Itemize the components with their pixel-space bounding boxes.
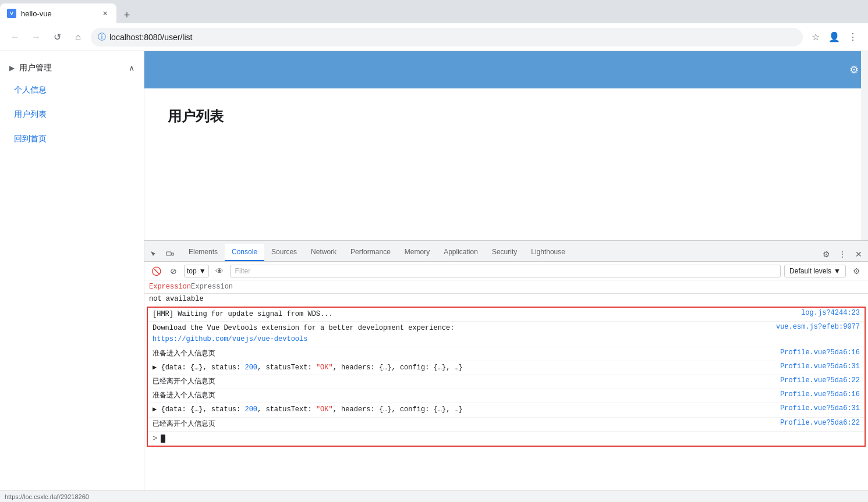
console-clear-button[interactable]: 🚫	[149, 264, 163, 278]
home-icon: ⌂	[75, 32, 81, 42]
console-context-value: top	[187, 267, 197, 275]
page-body: 用户列表	[144, 88, 868, 144]
log-source-leave-2[interactable]: Profile.vue?5da6:22	[780, 419, 860, 427]
console-settings-button[interactable]: ⚙	[849, 264, 863, 278]
tab-console[interactable]: Console	[225, 244, 264, 261]
page-title: 用户列表	[168, 107, 845, 126]
sidebar-expand-icon: ▶	[9, 64, 15, 72]
console-levels-select[interactable]: Default levels ▼	[784, 265, 846, 277]
new-tab-button[interactable]: +	[119, 7, 135, 23]
console-area[interactable]: ExpressionExpression not available [HMR]…	[144, 280, 868, 490]
settings-icon[interactable]: ⚙	[849, 63, 859, 76]
svg-rect-0	[166, 252, 171, 255]
log-source-vue-devtools[interactable]: vue.esm.js?efeb:9077	[776, 323, 860, 331]
log-source-prepare-2[interactable]: Profile.vue?5da6:16	[780, 390, 860, 398]
console-eye-button[interactable]: 👁	[212, 264, 226, 278]
log-entry-leave-1: 已经离开个人信息页 Profile.vue?5da6:22	[148, 375, 865, 389]
devtools-tabs: Elements Console Sources Network Perform	[144, 241, 868, 262]
devtools-device-toggle[interactable]	[163, 247, 177, 261]
menu-button[interactable]: ⋮	[845, 29, 861, 45]
page-header: ⚙	[144, 51, 868, 88]
console-filter-icon: ⊘	[166, 264, 180, 278]
tab-elements[interactable]: Elements	[182, 244, 225, 261]
log-source-leave-1[interactable]: Profile.vue?5da6:22	[780, 376, 860, 384]
tab-network[interactable]: Network	[304, 244, 343, 261]
sidebar-item-home[interactable]: 回到首页	[0, 127, 144, 151]
devtools-settings-button[interactable]: ⚙	[819, 247, 833, 261]
forward-button[interactable]: →	[28, 29, 44, 45]
toolbar-right: ☆ 👤 ⋮	[807, 29, 861, 45]
log-entry-prepare-2: 准备进入个人信息页 Profile.vue?5da6:16	[148, 389, 865, 403]
log-entry-response-1: ▶ {data: {…}, status: 200, statusText: "…	[148, 361, 865, 375]
log-text-vue-devtools: Download the Vue Devtools extension for …	[153, 323, 771, 345]
status-bar-url: https://loc.csxlc.rlaf/29218260	[5, 493, 89, 500]
bookmark-button[interactable]: ☆	[807, 29, 824, 45]
tab-sources[interactable]: Sources	[264, 244, 304, 261]
expression-label: Expression	[149, 283, 191, 291]
log-entry-hmr: [HMR] Waiting for update signal from WDS…	[148, 308, 865, 322]
log-source-response-1[interactable]: Profile.vue?5da6:31	[780, 362, 860, 371]
home-button[interactable]: ⌂	[70, 29, 86, 45]
tab-bar: V hello-vue ✕ +	[0, 0, 868, 23]
tab-application[interactable]: Application	[437, 244, 485, 261]
expression-label-text: Expression	[191, 283, 233, 291]
chevron-down-icon: ▼	[199, 267, 206, 275]
tab-memory[interactable]: Memory	[398, 244, 437, 261]
browser-tab[interactable]: V hello-vue ✕	[0, 3, 116, 23]
log-source-hmr[interactable]: log.js?4244:23	[801, 309, 860, 317]
status-bar: https://loc.csxlc.rlaf/29218260	[0, 490, 868, 502]
sidebar-item-user-list[interactable]: 用户列表	[0, 102, 144, 127]
tab-title: hello-vue	[21, 9, 95, 18]
tab-lighthouse[interactable]: Lighthouse	[524, 244, 572, 261]
page-content: ⚙ 用户列表	[144, 51, 868, 240]
address-input[interactable]: ⓘ localhost:8080/user/list	[91, 28, 803, 47]
console-levels-label: Default levels	[789, 267, 831, 275]
tab-performance-label: Performance	[350, 248, 391, 256]
devtools-inspect-button[interactable]	[147, 247, 161, 261]
reload-button[interactable]: ↺	[49, 29, 65, 45]
tab-console-label: Console	[232, 248, 257, 256]
log-entry-leave-2: 已经离开个人信息页 Profile.vue?5da6:22	[148, 418, 865, 432]
sidebar-collapse-icon: ∧	[129, 63, 134, 73]
tab-application-label: Application	[444, 248, 478, 256]
sidebar-section-user-management[interactable]: ▶ 用户管理 ∧	[0, 58, 144, 78]
tab-performance[interactable]: Performance	[343, 244, 398, 261]
console-cursor[interactable]	[161, 435, 165, 443]
sidebar-section-title: 用户管理	[19, 63, 52, 73]
log-source-prepare-1[interactable]: Profile.vue?5da6:16	[780, 348, 860, 357]
back-button[interactable]: ←	[7, 29, 23, 45]
console-filter-placeholder: Filter	[235, 267, 251, 275]
tab-network-label: Network	[311, 248, 336, 256]
levels-chevron-icon: ▼	[834, 267, 841, 275]
log-text-response-2: ▶ {data: {…}, status: 200, statusText: "…	[153, 404, 775, 415]
tab-security[interactable]: Security	[485, 244, 524, 261]
log-entry-vue-devtools: Download the Vue Devtools extension for …	[148, 322, 865, 347]
devtools-more-button[interactable]: ⋮	[835, 247, 849, 261]
status-text-2: "OK"	[316, 405, 333, 414]
profile-button[interactable]: 👤	[826, 29, 842, 45]
console-toolbar: 🚫 ⊘ top ▼ 👁 Filter Default levels ▼	[144, 262, 868, 280]
sidebar: ▶ 用户管理 ∧ 个人信息 用户列表 回到首页	[0, 51, 144, 490]
address-bar: ← → ↺ ⌂ ⓘ localhost:8080/user/list ☆ 👤 ⋮	[0, 23, 868, 51]
console-filter-input[interactable]: Filter	[230, 265, 781, 277]
log-source-response-2[interactable]: Profile.vue?5da6:31	[780, 404, 860, 412]
console-not-available: not available	[144, 294, 868, 304]
console-prompt-icon: >	[153, 434, 157, 443]
console-expression: ExpressionExpression	[144, 280, 868, 294]
tab-close-button[interactable]: ✕	[100, 9, 109, 18]
sidebar-item-profile[interactable]: 个人信息	[0, 78, 144, 102]
address-text: localhost:8080/user/list	[109, 33, 192, 42]
devtools-panel: Elements Console Sources Network Perform	[144, 240, 868, 490]
console-log-container: [HMR] Waiting for update signal from WDS…	[147, 307, 866, 447]
log-text-hmr: [HMR] Waiting for update signal from WDS…	[153, 309, 796, 320]
log-entry-response-2: ▶ {data: {…}, status: 200, statusText: "…	[148, 403, 865, 417]
vue-devtools-link[interactable]: https://github.com/vuejs/vue-devtools	[153, 335, 307, 343]
page-scrollbar[interactable]	[861, 51, 868, 240]
back-icon: ←	[10, 32, 20, 42]
forward-icon: →	[31, 32, 41, 42]
console-context-select[interactable]: top ▼	[184, 265, 209, 277]
devtools-icons-left	[147, 247, 177, 261]
log-text-prepare-1: 准备进入个人信息页	[153, 348, 775, 359]
devtools-close-button[interactable]: ✕	[852, 247, 866, 261]
lock-icon: ⓘ	[98, 32, 106, 42]
